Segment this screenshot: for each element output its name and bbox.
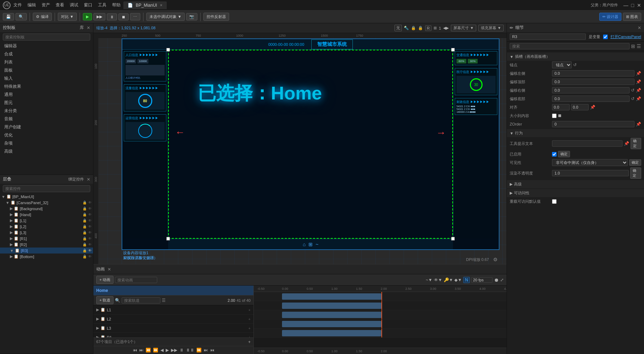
panel-item-editor[interactable]: 编辑器: [0, 42, 93, 50]
track-r1[interactable]: ▶ 📋 R1 +: [93, 333, 253, 337]
bind-widget-btn[interactable]: 绑定控件: [68, 177, 84, 182]
save-btn[interactable]: 💾: [3, 13, 14, 20]
accessibility-header[interactable]: ▶ 可访问性: [507, 189, 644, 197]
more-btn[interactable]: ⋯: [130, 13, 140, 20]
tree-item-bp-mianui[interactable]: ▼ 📋 [BP_MianUI]: [0, 194, 93, 200]
panel-item-advanced[interactable]: 高级: [0, 147, 93, 155]
offset-left-pin[interactable]: 📌: [636, 71, 641, 76]
tree-item-canvas-panel[interactable]: ▼ 📋 [CanvasPanel_32] 🔒 👁: [0, 200, 93, 206]
screen-size-btn[interactable]: 屏幕尺寸 ▼: [451, 25, 476, 31]
control-panel-close[interactable]: ✕: [87, 25, 90, 30]
debug-dropdown[interactable]: 未选中调试对象 ▼: [146, 13, 185, 21]
record-btn[interactable]: ⏺: [494, 277, 499, 283]
panel-item-audio[interactable]: 音频: [0, 115, 93, 123]
menu-help[interactable]: 帮助: [112, 2, 121, 8]
widget-name-input[interactable]: [510, 33, 586, 40]
vp-settings-icon[interactable]: ⚙: [493, 257, 498, 262]
tab-close[interactable]: ×: [160, 3, 162, 8]
compare-btn[interactable]: 对比 ▼: [58, 13, 77, 21]
panel-item-optimize[interactable]: 优化: [0, 131, 93, 139]
track-l3[interactable]: ▶ 📋 L3 +: [93, 324, 253, 333]
control-panel-search-input[interactable]: [3, 33, 90, 41]
prev-key2-btn[interactable]: ⏩: [153, 348, 158, 353]
tree-item-hand[interactable]: ▶ 📋 [Hand] 🔒 👁: [0, 212, 93, 218]
lock2-icon-vp[interactable]: 🔒: [418, 26, 423, 30]
offset-top-pin[interactable]: 📌: [636, 79, 641, 84]
panel-item-effects[interactable]: 特殊效果: [0, 83, 93, 91]
panel-item-input[interactable]: 输入: [0, 74, 93, 83]
offset-top-input[interactable]: [552, 79, 634, 85]
tree-item-l2[interactable]: ▶ 📋 [L2] 🔒 👁: [0, 224, 93, 230]
panel-item-composite[interactable]: 合成: [0, 50, 93, 58]
anim-close[interactable]: ✕: [108, 267, 111, 272]
tree-item-r1[interactable]: ▶ 📋 [R1] 🔒 👁: [0, 236, 93, 242]
menu-view[interactable]: 查看: [56, 2, 64, 8]
play-btn[interactable]: ▶: [83, 13, 92, 20]
search-anim-input[interactable]: [115, 277, 157, 283]
props-list-icon[interactable]: ☰: [637, 43, 641, 49]
opacity-input[interactable]: [552, 170, 629, 176]
panel-item-primitives[interactable]: 图元: [0, 99, 93, 107]
offset-left-input[interactable]: [552, 70, 634, 77]
viewport[interactable]: 缩放-4 选择：1,921.92 x 1,081.08 无 🔦 🔒 🔒 R ⊞ …: [93, 23, 507, 264]
tree-item-l3[interactable]: ▶ 📋 [L3] 🔒 👁: [0, 230, 93, 236]
add-anim-btn[interactable]: + 动画: [96, 276, 114, 284]
slot-header[interactable]: ▼ 插槽（画布面板槽）: [507, 53, 644, 61]
curve-btn[interactable]: ~▼: [426, 277, 433, 282]
goto-start-btn[interactable]: ⏮: [133, 348, 137, 353]
tree-item-l1[interactable]: ▶ 📋 [L1] 🔒 👁: [0, 218, 93, 224]
tree-item-background[interactable]: ▶ 📋 [Background] 🔒 👁: [0, 206, 93, 212]
no-icon[interactable]: 无: [394, 25, 402, 31]
track-l2[interactable]: ▶ 📋 L2 +: [93, 315, 253, 324]
widget-reflector-btn[interactable]: 控件反射器: [203, 13, 229, 21]
enabled-checkbox[interactable]: [552, 152, 557, 157]
behavior-header[interactable]: ▼ 行为: [507, 129, 644, 137]
menu-asset[interactable]: 资产: [42, 2, 50, 8]
enabled-confirm[interactable]: 确定: [558, 151, 570, 157]
add-track-btn[interactable]: + 轨道: [96, 296, 114, 304]
tooltip-confirm[interactable]: 确定: [631, 138, 641, 149]
panel-item-panel[interactable]: 面板: [0, 66, 93, 74]
accessible-checkbox[interactable]: [552, 199, 557, 204]
flashlight-icon[interactable]: 🔦: [404, 26, 409, 30]
tooltip-input[interactable]: [552, 140, 622, 147]
tree-item-r2[interactable]: ▶ 📋 [R2] 🔒 👁: [0, 242, 93, 248]
tree-item-r3[interactable]: ▼ 📋 [R3] 🔒 👁: [0, 248, 93, 254]
search-track-input[interactable]: [122, 297, 160, 304]
arrow-icon[interactable]: ◀▶: [443, 26, 449, 30]
expand-btn[interactable]: ⤢: [500, 277, 504, 282]
add-item-btn[interactable]: +: [248, 340, 251, 344]
prev-key-btn[interactable]: ⏭: [139, 348, 143, 353]
play-anim-btn[interactable]: ▶: [166, 348, 169, 353]
offset-right-pin[interactable]: 📌: [636, 88, 641, 93]
panel-item-common[interactable]: 通用: [0, 91, 93, 99]
maximize-btn[interactable]: □: [631, 2, 634, 8]
offset-right-input[interactable]: [552, 87, 630, 93]
zorder-input[interactable]: [552, 121, 634, 127]
next-key-btn[interactable]: ⏸: [179, 348, 184, 353]
offset-bottom-pin[interactable]: 📌: [636, 96, 641, 101]
filter-tracks-icon[interactable]: ☰: [162, 298, 166, 303]
fill-screen-btn[interactable]: 填充屏幕 ▼: [478, 25, 504, 31]
offset-right-reset[interactable]: ↺: [631, 88, 634, 93]
properties-close[interactable]: ✕: [638, 25, 641, 30]
offset-bottom-reset[interactable]: ↺: [631, 96, 634, 101]
anchor-reset-icon[interactable]: ↺: [573, 62, 577, 67]
library-btn[interactable]: 库: [80, 25, 84, 31]
stop-btn[interactable]: ⏹: [118, 13, 129, 20]
alignment-pin[interactable]: 📌: [590, 105, 595, 110]
grid-icon[interactable]: ⊞: [434, 26, 437, 30]
advanced-header[interactable]: ▶ 高级: [507, 180, 644, 188]
menu-edit[interactable]: 编辑: [27, 2, 36, 8]
offset-bottom-input[interactable]: [552, 96, 630, 102]
active-tab[interactable]: 📄 BP_MianUI ×: [123, 1, 167, 9]
visibility-dropdown[interactable]: 非可命中测试（仅自身）: [552, 159, 628, 166]
properties-search[interactable]: [510, 43, 630, 49]
menu-tools[interactable]: 工具: [98, 2, 106, 8]
menu-window[interactable]: 窗口: [84, 2, 92, 8]
opacity-confirm[interactable]: 确定: [630, 167, 641, 179]
panel-item-misc[interactable]: 杂项: [0, 139, 93, 147]
anchor-dropdown[interactable]: 锚点: [552, 61, 572, 68]
next-key2-btn[interactable]: ⏸⏸: [186, 348, 194, 353]
eye-btn[interactable]: 👁▼: [434, 277, 442, 282]
